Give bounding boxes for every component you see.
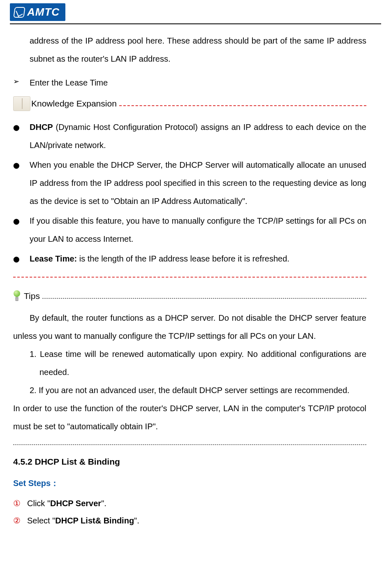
bulb-icon: [13, 290, 21, 302]
knowledge-item: When you enable the DHCP Server, the DHC…: [30, 156, 366, 210]
knowledge-item: Lease Time: is the length of the IP addr…: [30, 250, 366, 268]
knowledge-title: Knowledge Expansion: [31, 94, 117, 113]
arrow-item-text: Enter the Lease Time: [30, 74, 108, 92]
tips-list-item: 1. Lease time will be renewed automatica…: [30, 345, 366, 381]
arrow-icon: ➢: [13, 74, 30, 92]
brand-logo: AMTC: [10, 3, 65, 21]
section-heading-452: 4.5.2 DHCP List & Binding: [13, 452, 366, 471]
book-icon: [13, 96, 30, 111]
tips-title: Tips: [24, 287, 40, 306]
tips-list-item: 2. If you are not an advanced user, the …: [30, 381, 366, 399]
bullet-icon: ⬤: [13, 156, 30, 210]
bullet-icon: ⬤: [13, 250, 30, 268]
black-dashed-line: [42, 294, 366, 299]
step-number-icon: ①: [13, 495, 27, 512]
red-dashed-line: [13, 277, 366, 278]
step-number-icon: ②: [13, 512, 27, 529]
brand-logo-text: AMTC: [27, 6, 60, 19]
step-text: Select "DHCP List& Binding".: [27, 512, 139, 529]
brand-logo-icon: [13, 7, 25, 18]
set-steps-label: Set Steps：: [13, 474, 366, 492]
red-dashed-line: [119, 101, 366, 106]
tips-paragraph-1: By default, the router functions as a DH…: [13, 309, 366, 345]
knowledge-list: ⬤ DHCP (Dynamic Host Configuration Proto…: [13, 118, 366, 268]
set-steps-list: ① Click "DHCP Server". ② Select "DHCP Li…: [13, 495, 366, 529]
knowledge-item: DHCP (Dynamic Host Configuration Protoco…: [30, 118, 366, 154]
tips-list: 1. Lease time will be renewed automatica…: [30, 345, 366, 399]
bullet-icon: ⬤: [13, 212, 30, 248]
step-text: Click "DHCP Server".: [27, 495, 106, 512]
tips-paragraph-2: In order to use the function of the rout…: [13, 399, 366, 435]
knowledge-item: If you disable this feature, you have to…: [30, 212, 366, 248]
black-dashed-line: [13, 444, 366, 445]
bullet-icon: ⬤: [13, 118, 30, 154]
intro-paragraph: address of the IP address pool here. The…: [30, 32, 366, 68]
